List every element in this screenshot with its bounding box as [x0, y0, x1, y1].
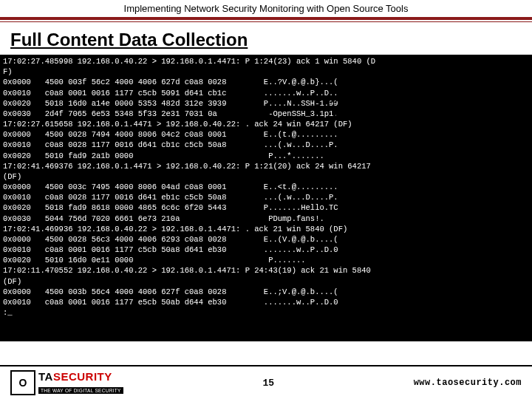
- logo-text-2: SECURITY: [53, 370, 112, 383]
- deck-title: Implementing Network Security Monitoring…: [0, 0, 532, 16]
- logo: O TASECURITY THE WAY OF DIGITAL SECURITY: [10, 370, 123, 395]
- slide-title: Full Content Data Collection: [0, 27, 532, 55]
- page-number: 15: [262, 378, 274, 389]
- footer: O TASECURITY THE WAY OF DIGITAL SECURITY…: [0, 365, 532, 399]
- logo-text-1: TA: [38, 370, 53, 383]
- logo-mark-icon: O: [10, 370, 35, 395]
- rule-thin: [0, 21, 532, 22]
- logo-text: TASECURITY THE WAY OF DIGITAL SECURITY: [38, 371, 123, 395]
- logo-tagline: THE WAY OF DIGITAL SECURITY: [38, 387, 123, 394]
- rule-thick: [0, 17, 532, 20]
- footer-url: www.taosecurity.com: [414, 378, 522, 388]
- tcpdump-output-block: 17:02:27.485998 192.168.0.40.22 > 192.16…: [0, 55, 532, 341]
